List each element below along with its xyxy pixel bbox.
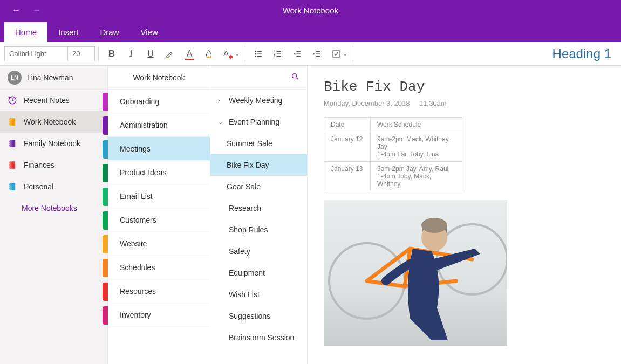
underline-button[interactable]: U — [141, 44, 160, 64]
ribbon-tab-view[interactable]: View — [130, 22, 169, 42]
page-item[interactable]: Gear Sale — [210, 176, 307, 197]
svg-rect-33 — [10, 161, 11, 169]
section-label: Inventory — [120, 311, 151, 319]
page-item[interactable]: Summer Sale — [210, 133, 307, 154]
section-item[interactable]: Product Ideas — [108, 161, 210, 184]
table-row[interactable]: January 139am-2pm Jay, Amy, Raul1-4pm To… — [324, 162, 462, 191]
page-title[interactable]: Bike Fix Day — [324, 79, 605, 95]
section-label: Meetings — [120, 145, 151, 153]
clear-formatting-button[interactable]: A◆ — [219, 44, 238, 64]
page-item[interactable]: Equipment — [210, 262, 307, 284]
section-item[interactable]: Schedules — [108, 256, 210, 279]
page-item[interactable]: Brainstorm Session — [210, 327, 307, 348]
avatar: LN — [8, 71, 22, 85]
ink-color-button[interactable] — [199, 44, 219, 64]
font-color-button[interactable]: A — [180, 44, 199, 64]
page-label: Gear Sale — [227, 182, 261, 191]
page-item[interactable]: Shop Rules — [210, 219, 307, 241]
notebook-label: Personal — [24, 182, 53, 191]
table-row[interactable]: January 129am-2pm Mack, Whitney, Jay1-4p… — [324, 132, 462, 162]
page-label: Research — [229, 204, 261, 212]
svg-rect-39 — [9, 184, 10, 186]
bullet-list-button[interactable] — [249, 44, 268, 64]
section-item[interactable]: Administration — [108, 113, 210, 137]
page-item[interactable]: ›Weekly Meeting — [210, 90, 307, 111]
todo-tag-button[interactable] — [326, 44, 346, 64]
numbered-list-button[interactable]: 123 — [268, 44, 288, 64]
sections-header: Work Notebook — [108, 66, 210, 90]
bold-button[interactable]: B — [102, 44, 121, 64]
page-item[interactable]: Bike Fix Day — [210, 154, 307, 176]
svg-rect-25 — [9, 121, 10, 122]
svg-rect-31 — [9, 145, 10, 146]
user-account[interactable]: LN Lina Newman — [0, 66, 107, 90]
font-name-selector[interactable]: Calibri Light — [4, 46, 68, 61]
section-item[interactable]: Email List — [108, 184, 210, 208]
sections-column: Work Notebook OnboardingAdministrationMe… — [108, 66, 210, 364]
outdent-button[interactable] — [288, 44, 307, 64]
notebook-item[interactable]: Personal — [0, 176, 107, 197]
notebook-item[interactable]: Finances — [0, 154, 107, 176]
section-item[interactable]: Resources — [108, 279, 210, 303]
notebook-item[interactable]: Recent Notes — [0, 90, 107, 111]
section-color-tab — [103, 235, 108, 253]
svg-point-42 — [292, 74, 297, 78]
page-label: Bike Fix Day — [227, 161, 269, 169]
svg-rect-29 — [9, 141, 10, 142]
font-size-selector[interactable]: 20 — [68, 46, 95, 61]
page-meta: Monday, December 3, 2018 11:30am — [324, 99, 605, 107]
page-item[interactable]: Wish List — [210, 284, 307, 305]
page-item[interactable]: Suggestions — [210, 305, 307, 327]
svg-rect-41 — [9, 188, 10, 189]
svg-rect-26 — [9, 123, 10, 125]
section-color-tab — [103, 140, 108, 159]
ribbon-tab-home[interactable]: Home — [4, 22, 47, 42]
section-item[interactable]: Customers — [108, 208, 210, 232]
page-item[interactable]: Safety — [210, 241, 307, 262]
page-label: Equipment — [229, 269, 265, 277]
highlight-button[interactable] — [160, 44, 180, 64]
more-notebooks-link[interactable]: More Notebooks — [0, 197, 107, 219]
svg-rect-30 — [9, 143, 10, 144]
back-button[interactable]: ← — [12, 5, 21, 15]
cell-date: January 12 — [324, 132, 371, 162]
section-item[interactable]: Onboarding — [108, 90, 210, 113]
search-icon[interactable] — [291, 72, 299, 83]
notebook-label: Work Notebook — [24, 118, 76, 126]
section-label: Website — [120, 239, 147, 248]
notebook-item[interactable]: Family Notebook — [0, 133, 107, 154]
clock-icon — [8, 95, 17, 105]
notebook-icon — [8, 117, 17, 127]
section-item[interactable]: Inventory — [108, 303, 210, 327]
style-selector[interactable]: Heading 1 — [552, 46, 611, 61]
ribbon-tab-insert[interactable]: Insert — [47, 22, 90, 42]
forward-button[interactable]: → — [32, 5, 41, 15]
section-color-tab — [103, 93, 108, 111]
svg-rect-34 — [9, 163, 10, 164]
page-date: Monday, December 3, 2018 — [324, 99, 410, 107]
page-item[interactable]: Research — [210, 197, 307, 219]
section-color-tab — [103, 306, 108, 325]
section-color-tab — [103, 211, 108, 230]
section-item[interactable]: Meetings — [108, 137, 210, 161]
app-window: ← → Work Notebook HomeInsertDrawView Cal… — [0, 0, 621, 364]
embedded-image[interactable] — [324, 200, 507, 346]
section-label: Onboarding — [120, 97, 159, 106]
svg-rect-24 — [9, 120, 10, 121]
page-item[interactable]: ⌄Event Planning — [210, 111, 307, 133]
section-item[interactable]: Website — [108, 232, 210, 256]
page-content[interactable]: Bike Fix Day Monday, December 3, 2018 11… — [308, 66, 621, 364]
svg-rect-40 — [9, 186, 10, 187]
page-label: Weekly Meeting — [229, 96, 282, 105]
section-label: Email List — [120, 192, 153, 201]
cell-date: January 13 — [324, 162, 371, 191]
cell-schedule: 9am-2pm Jay, Amy, Raul1-4pm Toby, Mack, … — [371, 162, 462, 191]
notebook-item[interactable]: Work Notebook — [0, 111, 107, 133]
main-area: LN Lina Newman Recent NotesWork Notebook… — [0, 66, 621, 364]
indent-button[interactable] — [307, 44, 326, 64]
italic-button[interactable]: I — [121, 44, 141, 64]
svg-text:3: 3 — [274, 54, 276, 58]
section-color-tab — [103, 116, 108, 135]
ribbon-tab-draw[interactable]: Draw — [90, 22, 130, 42]
schedule-table[interactable]: Date Work Schedule January 129am-2pm Mac… — [324, 117, 462, 191]
